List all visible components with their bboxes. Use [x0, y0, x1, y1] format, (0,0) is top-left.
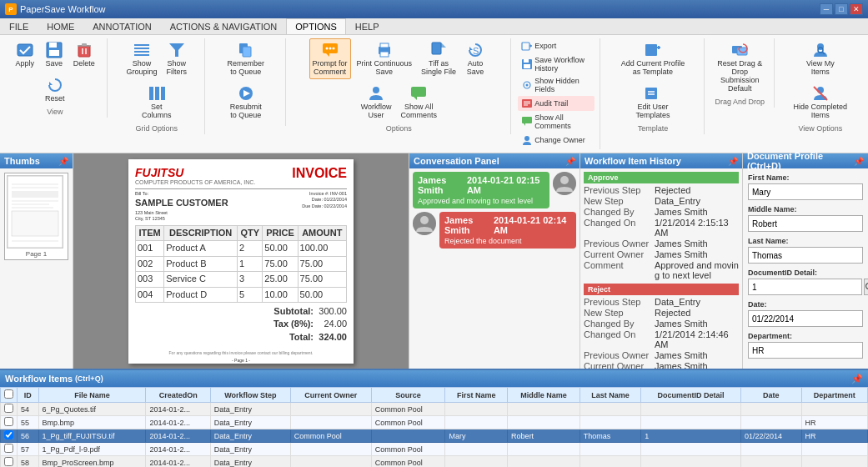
svg-rect-0	[18, 44, 33, 56]
minimize-btn[interactable]: ─	[820, 3, 833, 15]
svg-marker-14	[169, 43, 184, 57]
tab-annotation[interactable]: ANNOTATION	[83, 18, 160, 34]
docid-input[interactable]	[748, 279, 862, 295]
row-middlename	[508, 456, 580, 468]
thumb-page-1[interactable]: Page 1	[4, 173, 68, 260]
add-profile-label: Add Current Profileas Template	[621, 60, 685, 77]
add-profile-button[interactable]: Add Current Profileas Template	[618, 38, 689, 79]
remember-queue-button[interactable]: Rememberto Queue	[223, 38, 268, 79]
row-docid	[641, 403, 741, 416]
profile-label-lastname: Last Name:	[748, 237, 863, 245]
row-checkbox[interactable]	[4, 404, 13, 413]
change-owner-button[interactable]: Change Owner	[518, 133, 595, 148]
row-checkbox[interactable]	[4, 457, 13, 466]
tiff-single-button[interactable]: Tiff asSingle File	[418, 38, 459, 79]
maximize-btn[interactable]: □	[835, 3, 848, 15]
save-workflow-history-button[interactable]: Save Workflow History	[518, 54, 595, 74]
thumb-content[interactable]: Page 1	[0, 168, 73, 369]
row-checkbox[interactable]	[4, 444, 13, 453]
msg-sender-1: James Smith	[418, 175, 467, 195]
dept-input[interactable]	[748, 342, 863, 359]
show-filters-button[interactable]: ShowFilters	[163, 38, 191, 79]
wf-history-pin[interactable]: 📌	[728, 157, 738, 166]
add-profile-icon	[644, 41, 662, 59]
row-currentowner	[290, 456, 371, 468]
table-row[interactable]: 56 1_Pg_tiff_FUJITSU.tif 2014-01-2... Da…	[1, 429, 868, 443]
row-firstname	[445, 456, 508, 468]
hide-completed-button[interactable]: Hide CompletedItems	[790, 82, 851, 123]
middlename-select[interactable]: Robert	[748, 215, 863, 232]
table-row[interactable]: 57 1_Pg_Pdf_l-9.pdf 2014-01-2... Data_En…	[1, 443, 868, 456]
row-date: 01/22/2014	[740, 429, 801, 443]
view-my-items-icon	[811, 41, 830, 59]
workflow-items-pin[interactable]: 📌	[851, 374, 863, 384]
show-grouping-button[interactable]: ShowGrouping	[123, 38, 161, 79]
col-createdon: CreatedOn	[146, 388, 210, 403]
row-dept: HR	[801, 416, 867, 429]
wf-row-changed-by-1: Changed By James Smith	[584, 207, 739, 217]
wf-label-curr-owner-1: Current Owner	[584, 249, 655, 259]
close-btn[interactable]: ✕	[850, 3, 863, 15]
date-select[interactable]: 01/22/2014	[748, 310, 863, 327]
table-row[interactable]: 55 Bmp.bmp 2014-01-2... Data_Entry Commo…	[1, 416, 868, 429]
conversation-panel: Conversation Panel 📌 James Smith 2014-01…	[409, 153, 580, 369]
table-row[interactable]: 58 Bmp_ProScreen.bmp 2014-01-2... Data_E…	[1, 456, 868, 468]
message-2: James Smith 2014-01-21 02:14 AM Rejected…	[413, 212, 576, 249]
show-all-comments-button[interactable]: Show AllComments	[397, 82, 440, 123]
prompt-comment-button[interactable]: Prompt forComment	[309, 38, 351, 79]
msg-time-2: 2014-01-21 02:14 AM	[494, 215, 571, 235]
edit-user-templates-button[interactable]: Edit UserTemplates	[632, 82, 673, 123]
conv-panel-pin[interactable]: 📌	[565, 157, 575, 166]
docid-search-button[interactable]	[864, 279, 868, 295]
doc-profile-pin[interactable]: 📌	[854, 157, 864, 166]
row-checkbox-cell	[1, 416, 18, 429]
thumbs-panel-header: Thumbs 📌	[0, 153, 73, 168]
row-dept	[801, 443, 867, 456]
tab-options[interactable]: OPTIONS	[286, 18, 346, 34]
row-id: 55	[18, 416, 39, 429]
save-button[interactable]: Save	[41, 38, 68, 71]
wf-value-changed-on-2: 1/21/2014 2:14:46 AM	[655, 329, 739, 349]
show-hidden-fields-button[interactable]: Show Hidden Fields	[518, 75, 595, 95]
resubmit-queue-button[interactable]: Resubmitto Queue	[227, 82, 265, 123]
profile-field-middlename: Middle Name: Robert	[748, 205, 863, 232]
upper-panels: Thumbs 📌	[0, 153, 868, 370]
wf-row-changed-on-1: Changed On 1/21/2014 2:15:13 AM	[584, 218, 739, 238]
tab-home[interactable]: HOME	[38, 18, 83, 34]
auto-save-button[interactable]: S AutoSave	[462, 38, 489, 79]
audit-trail-icon	[521, 98, 533, 109]
apply-button[interactable]: Apply	[12, 38, 38, 71]
reset-dragdrop-button[interactable]: Reset Drag & DropSubmission Default	[711, 38, 769, 96]
col-currentowner: Current Owner	[290, 388, 371, 403]
delete-button[interactable]: Delete	[70, 38, 98, 71]
tab-actions-nav[interactable]: ACTIONS & NAVIGATION	[161, 18, 287, 34]
wf-label-prev-owner-1: Previous Owner	[584, 239, 655, 249]
audit-trail-button[interactable]: Audit Trail	[518, 96, 595, 111]
wf-section-reject: Reject Previous Step Data_Entry New Step…	[584, 284, 739, 369]
show-all-comments2-label: Show All Comments	[534, 113, 591, 130]
table-row[interactable]: 54 6_Pg_Quotes.tif 2014-01-2... Data_Ent…	[1, 403, 868, 416]
firstname-input[interactable]	[748, 183, 863, 200]
tab-file[interactable]: FILE	[0, 18, 38, 34]
row-firstname	[445, 443, 508, 456]
workflow-items-table-container[interactable]: ID File Name CreatedOn Workflow Step Cur…	[0, 387, 868, 467]
export-label: Export	[534, 42, 556, 50]
show-filters-label: ShowFilters	[167, 60, 188, 77]
doc-invoice-title: INVOICE	[292, 166, 347, 181]
row-checkbox[interactable]	[4, 430, 13, 439]
dragdrop-label: Drag And Drop	[715, 98, 765, 106]
set-columns-button[interactable]: SetColumns	[138, 82, 175, 123]
reset-button[interactable]: Reset	[42, 73, 68, 106]
export-button[interactable]: Export	[518, 38, 595, 53]
view-my-items-button[interactable]: View MyItems	[803, 38, 838, 79]
workflow-user-button[interactable]: WorkflowUser	[358, 82, 395, 123]
wf-row-new-step-2: New Step Rejected	[584, 308, 739, 318]
row-checkbox[interactable]	[4, 417, 13, 426]
select-all-checkbox[interactable]	[4, 389, 13, 399]
show-all-comments2-button[interactable]: Show All Comments	[518, 112, 595, 132]
print-continuous-button[interactable]: Print ContinuousSave	[354, 38, 416, 79]
thumbs-panel-pin[interactable]: 📌	[58, 157, 68, 166]
lastname-select[interactable]: Thomas	[748, 247, 863, 264]
tab-help[interactable]: HELP	[346, 18, 389, 34]
hide-completed-icon	[811, 84, 830, 103]
